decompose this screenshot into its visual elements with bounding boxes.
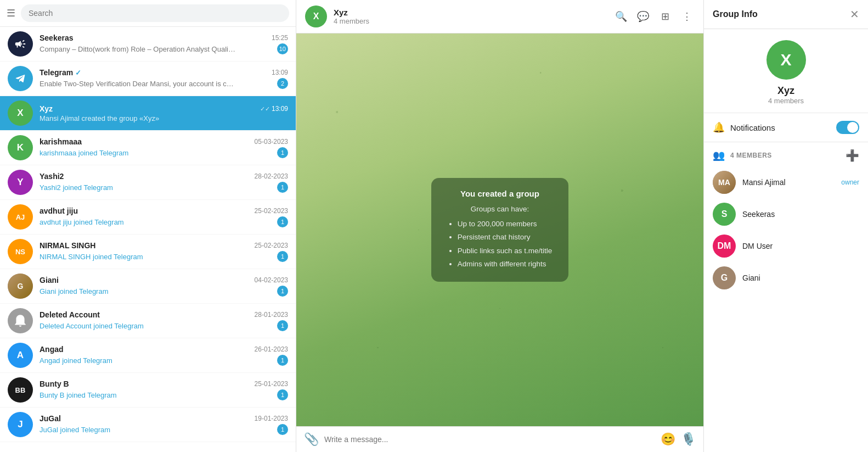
notifications-label: Notifications xyxy=(730,123,831,132)
chat-content: Telegram ✓13:09Enable Two-Step Verificat… xyxy=(40,68,288,89)
chat-name: avdhut jiju xyxy=(40,207,78,215)
sidebar-header: ☰ xyxy=(0,0,296,27)
chat-time: 04-02-2023 xyxy=(255,276,288,284)
chat-header-info: Xyz 4 members xyxy=(334,8,607,25)
chat-time: 19-01-2023 xyxy=(255,415,288,422)
add-member-icon[interactable]: ➕ xyxy=(846,149,859,162)
avatar: Y xyxy=(8,170,33,195)
member-item-m4[interactable]: GGiani xyxy=(704,262,868,294)
chat-item-giani[interactable]: GGiani04-02-2023Giani joined Telegram1 xyxy=(0,269,296,304)
chat-item-karishmaaa[interactable]: Kkarishmaaa05-03-2023karishmaaa joined T… xyxy=(0,131,296,165)
member-avatar: G xyxy=(713,266,736,289)
chat-badge: 1 xyxy=(277,147,288,158)
group-name: Xyz xyxy=(704,85,868,97)
list-item: Up to 200,000 members xyxy=(458,217,553,231)
chat-item-angad[interactable]: AAngad26-01-2023Angad joined Telegram1 xyxy=(0,338,296,373)
emoji-icon[interactable]: 😊 xyxy=(661,432,675,447)
chat-time: 26-01-2023 xyxy=(255,345,288,353)
avatar xyxy=(8,66,33,91)
avatar: AJ xyxy=(8,204,33,230)
close-icon[interactable]: ✕ xyxy=(850,8,859,21)
system-message-subtitle: Groups can have: xyxy=(448,205,553,213)
message-input[interactable] xyxy=(324,435,655,444)
search-input[interactable] xyxy=(21,4,289,22)
members-list: MAMansi AjimalownerSSeekerasDMDM UserGGi… xyxy=(704,166,868,294)
avatar: K xyxy=(8,135,33,160)
member-item-m2[interactable]: SSeekeras xyxy=(704,198,868,230)
system-message-list: Up to 200,000 members Persistent chat hi… xyxy=(448,217,553,271)
menu-icon[interactable]: ☰ xyxy=(7,7,15,19)
member-info: Mansi Ajimal xyxy=(742,178,835,187)
group-members-count: 4 members xyxy=(704,97,868,105)
right-panel: Group Info ✕ X Xyz 4 members 🔔 Notificat… xyxy=(703,0,868,452)
member-avatar: DM xyxy=(713,235,736,258)
member-item-m3[interactable]: DMDM User xyxy=(704,230,868,262)
chat-name: JuGal xyxy=(40,414,61,423)
poll-icon[interactable]: 💬 xyxy=(635,9,651,24)
chat-item-xyz[interactable]: XXyz✓✓ 13:09Mansi Ajimal created the gro… xyxy=(0,96,296,131)
chat-time: 28-02-2023 xyxy=(255,172,288,180)
chat-badge: 1 xyxy=(277,216,288,227)
avatar xyxy=(8,31,33,57)
chat-preview: Deleted Account joined Telegram xyxy=(40,322,144,330)
main-chat: X Xyz 4 members 🔍 💬 ⊞ ⋮ You created a gr… xyxy=(296,0,703,452)
member-avatar: S xyxy=(713,203,736,226)
bell-icon: 🔔 xyxy=(713,121,725,133)
member-item-m1[interactable]: MAMansi Ajimalowner xyxy=(704,166,868,198)
chat-preview: Company – Ditto(work from) Role – Operat… xyxy=(40,45,237,53)
chat-item-seekeras[interactable]: Seekeras15:25Company – Ditto(work from) … xyxy=(0,27,296,62)
chat-preview: avdhut jiju joined Telegram xyxy=(40,218,124,226)
chat-item-deleted[interactable]: Deleted Account28-01-2023Deleted Account… xyxy=(0,304,296,338)
chat-time: 25-02-2023 xyxy=(255,242,288,249)
chat-item-avdhut[interactable]: AJavdhut jiju25-02-2023avdhut jiju joine… xyxy=(0,200,296,235)
layout-icon[interactable]: ⊞ xyxy=(657,9,673,24)
chat-name: NIRMAL SINGH xyxy=(40,241,95,250)
chat-item-bunty[interactable]: BBBunty B25-01-2023Bunty B joined Telegr… xyxy=(0,373,296,408)
member-info: Giani xyxy=(742,274,859,282)
chat-content: Angad26-01-2023Angad joined Telegram1 xyxy=(40,345,288,366)
chat-item-yashi2[interactable]: YYashi228-02-2023Yashi2 joined Telegram1 xyxy=(0,165,296,200)
chat-content: Deleted Account28-01-2023Deleted Account… xyxy=(40,310,288,331)
list-item: Public links such as t.me/title xyxy=(458,244,553,258)
notifications-toggle[interactable] xyxy=(836,121,859,134)
member-role: owner xyxy=(841,178,859,186)
chat-item-nirmal[interactable]: NSNIRMAL SINGH25-02-2023NIRMAL SINGH joi… xyxy=(0,235,296,269)
chat-header-avatar: X xyxy=(305,5,327,27)
chat-content: avdhut jiju25-02-2023avdhut jiju joined … xyxy=(40,207,288,227)
group-avatar: X xyxy=(766,40,806,80)
chat-time: 25-02-2023 xyxy=(255,207,288,215)
member-name: DM User xyxy=(742,242,859,250)
chat-name: Xyz xyxy=(40,104,53,113)
chat-time: 13:09 xyxy=(272,69,288,76)
chat-header-title: Xyz xyxy=(334,8,607,17)
avatar: BB xyxy=(8,377,33,403)
chat-badge: 1 xyxy=(277,355,288,366)
member-name: Seekeras xyxy=(742,210,859,219)
chat-content: NIRMAL SINGH25-02-2023NIRMAL SINGH joine… xyxy=(40,241,288,262)
chat-name: Yashi2 xyxy=(40,172,64,181)
chat-item-telegram[interactable]: Telegram ✓13:09Enable Two-Step Verificat… xyxy=(0,62,296,96)
avatar: A xyxy=(8,343,33,368)
chat-list: Seekeras15:25Company – Ditto(work from) … xyxy=(0,27,296,452)
member-info: DM User xyxy=(742,242,859,250)
attach-icon[interactable]: 📎 xyxy=(304,432,319,447)
chat-content: Seekeras15:25Company – Ditto(work from) … xyxy=(40,34,288,54)
member-info: Seekeras xyxy=(742,210,859,219)
search-icon[interactable]: 🔍 xyxy=(613,9,629,24)
chat-header-icons: 🔍 💬 ⊞ ⋮ xyxy=(613,9,695,24)
member-avatar: MA xyxy=(713,171,736,194)
chat-name: Deleted Account xyxy=(40,310,100,319)
chat-preview: Bunty B joined Telegram xyxy=(40,391,117,399)
chat-time: 15:25 xyxy=(272,34,288,42)
chat-item-jugal[interactable]: JJuGal19-01-2023JuGal joined Telegram1 xyxy=(0,408,296,442)
more-icon[interactable]: ⋮ xyxy=(679,9,695,24)
avatar: NS xyxy=(8,239,33,264)
right-panel-header: Group Info ✕ xyxy=(704,0,868,29)
avatar: X xyxy=(8,101,33,126)
chat-name: karishmaaa xyxy=(40,137,82,146)
chat-time: 05-03-2023 xyxy=(255,138,288,146)
chat-preview: Giani joined Telegram xyxy=(40,287,109,295)
chat-preview: JuGal joined Telegram xyxy=(40,426,110,434)
mic-icon[interactable]: 🎙️ xyxy=(681,432,696,447)
chat-preview: Enable Two-Step Verification Dear Mansi,… xyxy=(40,80,237,88)
